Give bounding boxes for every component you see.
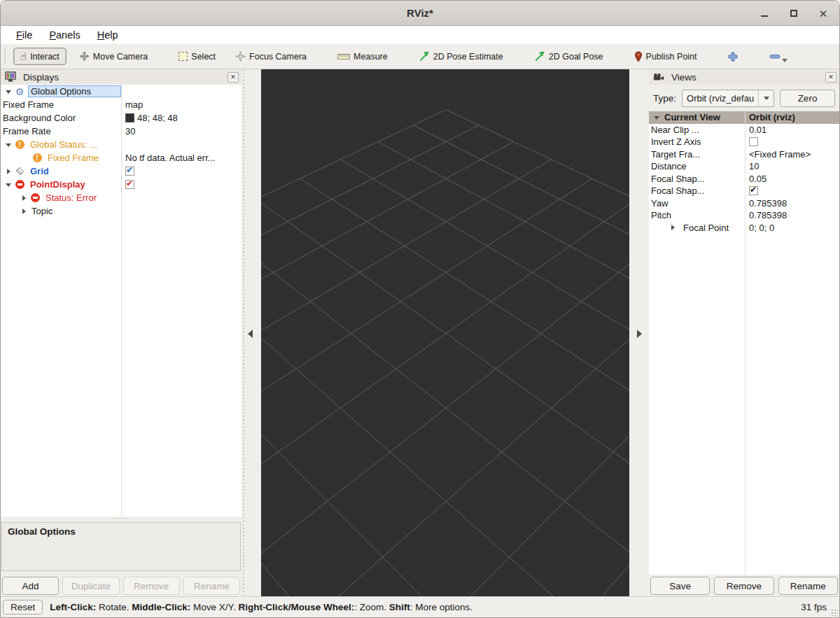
tree-row-topic[interactable]: Topic: [1, 204, 241, 218]
collapse-right-icon[interactable]: [637, 330, 642, 338]
tree-row-focal-point[interactable]: Focal Point 0; 0; 0: [649, 222, 839, 234]
3d-grid: [261, 69, 629, 596]
goal-pose-tool-button[interactable]: 2D Goal Pose: [527, 48, 610, 65]
type-label: Type:: [653, 93, 676, 104]
tree-row-focal-shape-fixed[interactable]: Focal Shap...: [649, 185, 839, 197]
grid-enabled-checkbox[interactable]: [125, 167, 134, 176]
tree-row-fixed-frame-status[interactable]: ! Fixed Frame No tf data. Actual err...: [1, 151, 241, 164]
duplicate-button[interactable]: Duplicate: [62, 577, 119, 595]
3d-viewport[interactable]: [261, 69, 629, 596]
ruler-icon: [337, 53, 350, 60]
expander-icon[interactable]: [652, 113, 661, 122]
tree-row-pointdisplay[interactable]: PointDisplay: [1, 178, 241, 191]
splitter-dots: [243, 69, 244, 596]
toolbar: ☝ Interact Move Camera Select Focus Came…: [1, 44, 839, 69]
statusbar: Reset Left-Click: Rotate. Middle-Click: …: [1, 596, 839, 617]
views-panel-header[interactable]: Views ✕: [649, 69, 839, 85]
views-panel-title: Views: [671, 72, 821, 83]
tree-row-current-view[interactable]: Current View Orbit (rviz): [649, 111, 839, 124]
description-box: Global Options: [1, 522, 241, 571]
move-camera-tool-button[interactable]: Move Camera: [72, 48, 155, 65]
remove-view-button[interactable]: Remove: [714, 577, 774, 595]
expander-icon[interactable]: [20, 194, 28, 202]
tree-row-background-color[interactable]: Background Color 48; 48; 48: [1, 111, 241, 125]
views-buttons: Save Remove Rename: [650, 577, 838, 595]
tree-row-target-frame[interactable]: Target Fra... <Fixed Frame>: [649, 148, 839, 161]
add-tool-button[interactable]: [721, 48, 745, 66]
minimize-icon: [761, 15, 768, 17]
chevron-down-icon[interactable]: [782, 59, 788, 62]
focus-camera-tool-button[interactable]: Focus Camera: [228, 48, 314, 65]
fps-counter: 31 fps: [801, 602, 827, 612]
titlebar[interactable]: RViz* ✕: [1, 1, 839, 26]
focus-icon: [235, 51, 246, 62]
rename-button[interactable]: Rename: [183, 577, 240, 595]
focal-shape-checkbox[interactable]: [749, 186, 758, 195]
views-close-button[interactable]: ✕: [825, 72, 836, 83]
view-type-row: Type: Orbit (rviz_defau Zero: [649, 85, 839, 111]
tree-row-yaw[interactable]: Yaw 0.785398: [649, 197, 839, 210]
reset-button[interactable]: Reset: [3, 600, 43, 615]
window-title: RViz*: [1, 7, 839, 19]
tree-row-invert-z-axis[interactable]: Invert Z Axis: [649, 136, 839, 148]
expander-icon[interactable]: [4, 181, 13, 189]
color-swatch[interactable]: [125, 113, 134, 122]
pose-estimate-tool-button[interactable]: 2D Pose Estimate: [412, 48, 510, 65]
menu-help[interactable]: Help: [90, 28, 125, 42]
displays-close-button[interactable]: ✕: [227, 72, 239, 83]
invert-z-checkbox[interactable]: [749, 137, 758, 146]
tree-row-distance[interactable]: Distance 10: [649, 160, 839, 173]
tree-row-pitch[interactable]: Pitch 0.785398: [649, 209, 839, 222]
expander-icon[interactable]: [668, 223, 677, 232]
displays-buttons: Add Duplicate Remove Rename: [2, 577, 240, 595]
views-panel: Views ✕ Type: Orbit (rviz_defau Zero Cur…: [649, 69, 839, 596]
displays-panel: Displays ✕ ⚙ Global Options Fixed Frame …: [1, 69, 241, 596]
tree-row-focal-shape-size[interactable]: Focal Shap... 0.05: [649, 173, 839, 185]
tree-row-near-clip[interactable]: Near Clip ... 0.01: [649, 124, 839, 136]
maximize-button[interactable]: [788, 7, 800, 20]
measure-tool-button[interactable]: Measure: [330, 48, 395, 65]
zero-button[interactable]: Zero: [780, 90, 835, 107]
menu-panels[interactable]: Panels: [42, 28, 87, 42]
tree-row-grid[interactable]: Grid: [1, 164, 241, 178]
minus-icon: [769, 54, 780, 59]
tree-row-status-error[interactable]: Status: Error: [1, 191, 241, 204]
tree-row-fixed-frame[interactable]: Fixed Frame map: [1, 98, 241, 111]
warning-icon: !: [31, 153, 43, 164]
tree-row-frame-rate[interactable]: Frame Rate 30: [1, 125, 241, 138]
menu-file[interactable]: File: [9, 28, 39, 42]
displays-panel-header[interactable]: Displays ✕: [1, 69, 241, 85]
description-splitter[interactable]: [1, 517, 241, 522]
maximize-icon: [790, 10, 797, 17]
rename-view-button[interactable]: Rename: [778, 577, 838, 595]
tree-row-global-status[interactable]: ! Global Status: ...: [1, 138, 241, 151]
remove-tool-button[interactable]: [763, 50, 787, 63]
main-area: Displays ✕ ⚙ Global Options Fixed Frame …: [1, 69, 839, 596]
expander-icon[interactable]: [4, 87, 13, 96]
warning-icon: !: [14, 139, 25, 150]
toolbar-drag-handle[interactable]: [4, 48, 9, 65]
expander-icon[interactable]: [4, 141, 13, 149]
collapse-left-icon[interactable]: [248, 330, 253, 338]
select-tool-button[interactable]: Select: [172, 48, 223, 65]
add-button[interactable]: Add: [2, 577, 59, 595]
chevron-down-icon: [758, 90, 774, 106]
publish-point-tool-button[interactable]: Publish Point: [627, 48, 704, 66]
views-tree: Current View Orbit (rviz) Near Clip ... …: [649, 111, 839, 575]
close-button[interactable]: ✕: [817, 7, 830, 20]
green-arrow-icon: [534, 51, 545, 62]
expander-icon[interactable]: [4, 167, 13, 176]
minimize-button[interactable]: [758, 7, 771, 20]
left-splitter[interactable]: [241, 69, 261, 596]
interact-tool-button[interactable]: ☝ Interact: [13, 48, 66, 65]
resize-grip-icon[interactable]: [831, 609, 838, 616]
view-type-dropdown[interactable]: Orbit (rviz_defau: [682, 90, 774, 107]
pointdisplay-enabled-checkbox[interactable]: [125, 180, 134, 189]
tree-row-global-options[interactable]: ⚙ Global Options: [1, 85, 241, 98]
right-splitter[interactable]: [629, 69, 649, 596]
save-view-button[interactable]: Save: [650, 577, 710, 595]
remove-button[interactable]: Remove: [123, 577, 180, 595]
expander-icon[interactable]: [20, 207, 28, 216]
close-icon: ✕: [819, 8, 828, 19]
camera-icon: [653, 71, 664, 83]
